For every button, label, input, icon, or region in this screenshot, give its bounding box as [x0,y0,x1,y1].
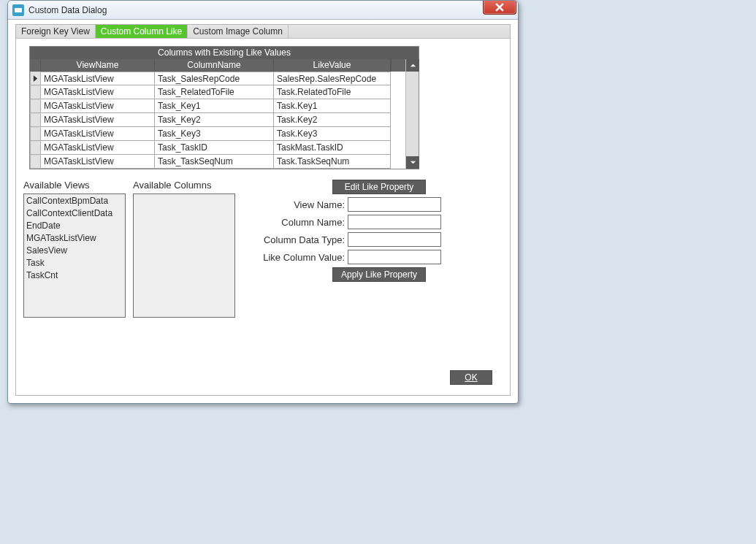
tab-custom-column-like[interactable]: Custom Column Like [96,25,188,38]
table-row[interactable]: MGATaskListViewTask_RelatedToFileTask.Re… [30,85,419,99]
cell-columnname[interactable]: Task_Key2 [155,113,274,127]
ok-button[interactable]: OK [450,370,492,385]
tab-foreign-key-view[interactable]: Foreign Key View [16,25,96,38]
column-name-input[interactable] [348,215,441,229]
row-selector[interactable] [30,127,41,141]
tab-bar: Foreign Key View Custom Column Like Cust… [16,25,510,39]
ok-label: OK [465,372,477,383]
cell-likevalue[interactable]: SalesRep.SalesRepCode [274,72,391,85]
row-selector-header [30,59,41,72]
app-icon [12,4,24,16]
row-selector[interactable] [30,99,41,113]
cell-columnname[interactable]: Task_SalesRepCode [155,72,274,85]
cell-viewname[interactable]: MGATaskListView [41,155,155,169]
list-item[interactable]: EndDate [26,220,123,232]
cell-columnname[interactable]: Task_TaskID [155,141,274,155]
list-item[interactable]: CallContextClientData [26,207,123,220]
chevron-down-icon [410,159,416,166]
row-selector[interactable] [30,113,41,127]
list-item[interactable]: SalesView [26,245,123,257]
table-row[interactable]: MGATaskListViewTask_Key3Task.Key3 [30,127,419,141]
grid-header-row: ViewName ColumnName LikeValue [30,59,419,72]
like-column-value-label: Like Column Value: [263,252,345,263]
column-data-type-input[interactable] [348,232,441,247]
apply-like-property-button[interactable]: Apply Like Property [332,267,426,282]
cell-viewname[interactable]: MGATaskListView [41,85,155,99]
cell-likevalue[interactable]: Task.Key3 [274,127,391,141]
lower-panel: Available Views CallContextBpmDataCallCo… [23,169,503,318]
table-row[interactable]: MGATaskListViewTask_Key1Task.Key1 [30,99,419,113]
grid-title: Columns with Existing Like Values [30,47,419,59]
like-column-value-input[interactable] [348,250,441,264]
table-row[interactable]: MGATaskListViewTask_Key2Task.Key2 [30,113,419,127]
row-selector[interactable] [30,72,41,85]
cell-likevalue[interactable]: TaskMast.TaskID [274,141,391,155]
scroll-down-button[interactable] [406,156,419,169]
column-name-label: Column Name: [263,217,345,228]
view-name-label: View Name: [263,199,345,210]
list-item[interactable]: MGATaskListView [26,232,123,245]
cell-likevalue[interactable]: Task.TaskSeqNum [274,155,391,169]
grid-body: MGATaskListViewTask_SalesRepCodeSalesRep… [30,72,419,169]
table-row[interactable]: MGATaskListViewTask_SalesRepCodeSalesRep… [30,72,419,85]
scroll-up-button[interactable] [406,59,419,72]
column-data-type-label: Column Data Type: [263,234,345,245]
edit-like-property-button[interactable]: Edit Like Property [332,180,426,194]
row-selector[interactable] [30,155,41,169]
cell-likevalue[interactable]: Task.RelatedToFile [274,85,391,99]
list-item[interactable]: Task [26,257,123,269]
list-item[interactable]: CallContextBpmData [26,195,123,207]
cell-columnname[interactable]: Task_TaskSeqNum [155,155,274,169]
available-columns-listbox[interactable] [133,194,235,318]
cell-viewname[interactable]: MGATaskListView [41,113,155,127]
like-values-grid: Columns with Existing Like Values ViewNa… [29,46,419,169]
client-area: Foreign Key View Custom Column Like Cust… [15,24,511,396]
available-columns-label: Available Columns [133,180,243,191]
tab-custom-image-column[interactable]: Custom Image Column [188,25,289,38]
available-columns-section: Available Columns [133,180,243,318]
close-button[interactable] [483,0,516,15]
table-row[interactable]: MGATaskListViewTask_TaskIDTaskMast.TaskI… [30,141,419,155]
available-views-label: Available Views [23,180,133,191]
cell-columnname[interactable]: Task_Key3 [155,127,274,141]
header-viewname[interactable]: ViewName [41,59,155,72]
row-selector[interactable] [30,141,41,155]
list-item[interactable]: TaskCnt [26,269,123,282]
cell-columnname[interactable]: Task_Key1 [155,99,274,113]
tab-content: Columns with Existing Like Values ViewNa… [16,39,510,325]
close-icon [495,3,504,12]
titlebar[interactable]: Custom Data Dialog [8,1,518,20]
available-views-listbox[interactable]: CallContextBpmDataCallContextClientDataE… [23,194,126,318]
row-selector[interactable] [30,85,41,99]
current-row-icon [33,75,38,82]
view-name-input[interactable] [348,197,441,212]
cell-columnname[interactable]: Task_RelatedToFile [155,85,274,99]
window-title: Custom Data Dialog [28,5,107,15]
available-views-section: Available Views CallContextBpmDataCallCo… [23,180,133,318]
like-property-form: Edit Like Property View Name: Column Nam… [263,180,441,318]
cell-viewname[interactable]: MGATaskListView [41,72,155,85]
cell-viewname[interactable]: MGATaskListView [41,141,155,155]
cell-viewname[interactable]: MGATaskListView [41,99,155,113]
cell-viewname[interactable]: MGATaskListView [41,127,155,141]
chevron-up-icon [410,62,416,69]
header-likevalue[interactable]: LikeValue [274,59,391,72]
header-columnname[interactable]: ColumnName [155,59,274,72]
cell-likevalue[interactable]: Task.Key1 [274,99,391,113]
dialog-window: Custom Data Dialog Foreign Key View Cust… [7,0,519,404]
table-row[interactable]: MGATaskListViewTask_TaskSeqNumTask.TaskS… [30,155,419,169]
grid-scrollbar[interactable] [405,59,419,169]
cell-likevalue[interactable]: Task.Key2 [274,113,391,127]
